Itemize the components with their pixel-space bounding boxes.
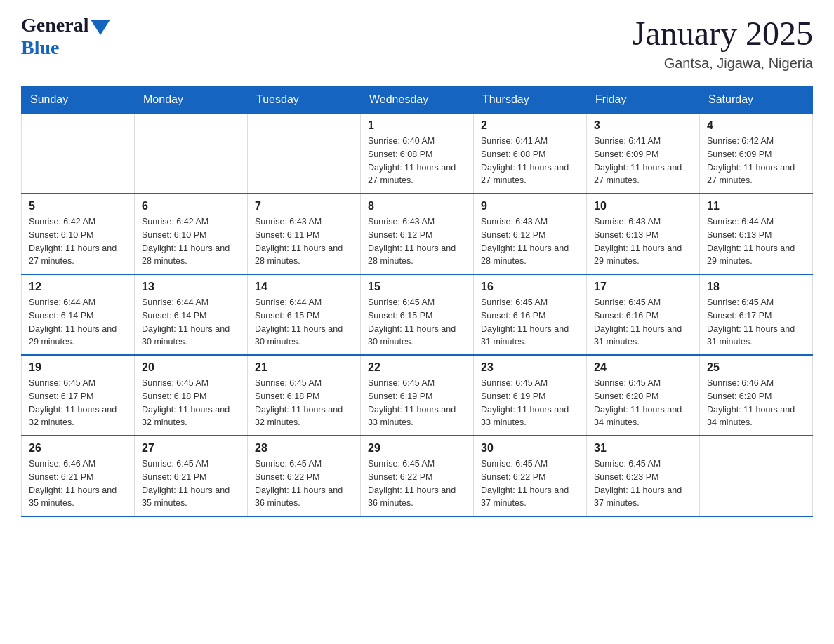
calendar-cell: 26Sunrise: 6:46 AMSunset: 6:21 PMDayligh… [22,436,135,516]
location: Gantsa, Jigawa, Nigeria [633,55,813,72]
day-info: Sunrise: 6:42 AMSunset: 6:10 PMDaylight:… [29,215,127,268]
day-number: 6 [142,200,240,213]
calendar-cell: 13Sunrise: 6:44 AMSunset: 6:14 PMDayligh… [135,274,248,355]
calendar-cell: 17Sunrise: 6:45 AMSunset: 6:16 PMDayligh… [587,274,700,355]
calendar-cell: 4Sunrise: 6:42 AMSunset: 6:09 PMDaylight… [700,114,813,194]
day-info: Sunrise: 6:45 AMSunset: 6:18 PMDaylight:… [255,377,353,429]
calendar-week-row: 12Sunrise: 6:44 AMSunset: 6:14 PMDayligh… [22,274,813,355]
calendar-cell: 8Sunrise: 6:43 AMSunset: 6:12 PMDaylight… [361,194,474,274]
day-number: 12 [29,281,127,293]
day-info: Sunrise: 6:45 AMSunset: 6:21 PMDaylight:… [142,457,240,510]
calendar-cell: 25Sunrise: 6:46 AMSunset: 6:20 PMDayligh… [700,355,813,436]
calendar-cell: 7Sunrise: 6:43 AMSunset: 6:11 PMDaylight… [248,194,361,274]
calendar-cell: 3Sunrise: 6:41 AMSunset: 6:09 PMDaylight… [587,114,700,194]
day-number: 27 [142,442,240,455]
day-number: 18 [707,281,805,293]
day-number: 5 [29,200,127,213]
day-number: 3 [594,119,692,132]
day-number: 22 [368,361,466,374]
day-info: Sunrise: 6:40 AMSunset: 6:08 PMDaylight:… [368,135,466,187]
calendar-cell: 24Sunrise: 6:45 AMSunset: 6:20 PMDayligh… [587,355,700,436]
calendar-cell: 29Sunrise: 6:45 AMSunset: 6:22 PMDayligh… [361,436,474,516]
logo-general-text: General [21,14,88,36]
page-header: General Blue January 2025 Gantsa, Jigawa… [21,14,813,72]
day-number: 17 [594,281,692,293]
calendar-cell: 22Sunrise: 6:45 AMSunset: 6:19 PMDayligh… [361,355,474,436]
calendar-table: Sunday Monday Tuesday Wednesday Thursday… [21,86,813,517]
day-info: Sunrise: 6:43 AMSunset: 6:12 PMDaylight:… [481,215,579,268]
calendar-week-row: 26Sunrise: 6:46 AMSunset: 6:21 PMDayligh… [22,436,813,516]
calendar-cell: 11Sunrise: 6:44 AMSunset: 6:13 PMDayligh… [700,194,813,274]
day-number: 10 [594,200,692,213]
day-number: 2 [481,119,579,132]
calendar-cell [248,114,361,194]
calendar-cell: 21Sunrise: 6:45 AMSunset: 6:18 PMDayligh… [248,355,361,436]
day-info: Sunrise: 6:43 AMSunset: 6:13 PMDaylight:… [594,215,692,268]
calendar-cell: 10Sunrise: 6:43 AMSunset: 6:13 PMDayligh… [587,194,700,274]
calendar-cell: 15Sunrise: 6:45 AMSunset: 6:15 PMDayligh… [361,274,474,355]
day-info: Sunrise: 6:46 AMSunset: 6:21 PMDaylight:… [29,457,127,510]
day-number: 13 [142,281,240,293]
calendar-cell: 31Sunrise: 6:45 AMSunset: 6:23 PMDayligh… [587,436,700,516]
day-info: Sunrise: 6:42 AMSunset: 6:09 PMDaylight:… [707,135,805,187]
day-info: Sunrise: 6:44 AMSunset: 6:14 PMDaylight:… [142,296,240,349]
day-info: Sunrise: 6:42 AMSunset: 6:10 PMDaylight:… [142,215,240,268]
calendar-body: 1Sunrise: 6:40 AMSunset: 6:08 PMDaylight… [22,114,813,517]
day-info: Sunrise: 6:44 AMSunset: 6:13 PMDaylight:… [707,215,805,268]
calendar-cell: 12Sunrise: 6:44 AMSunset: 6:14 PMDayligh… [22,274,135,355]
day-info: Sunrise: 6:45 AMSunset: 6:16 PMDaylight:… [594,296,692,349]
day-info: Sunrise: 6:44 AMSunset: 6:14 PMDaylight:… [29,296,127,349]
header-friday: Friday [587,86,700,114]
month-title: January 2025 [633,14,813,53]
logo: General Blue [21,14,110,59]
calendar-cell: 5Sunrise: 6:42 AMSunset: 6:10 PMDaylight… [22,194,135,274]
day-info: Sunrise: 6:45 AMSunset: 6:20 PMDaylight:… [594,377,692,429]
day-info: Sunrise: 6:45 AMSunset: 6:22 PMDaylight:… [255,457,353,510]
day-number: 20 [142,361,240,374]
calendar-week-row: 19Sunrise: 6:45 AMSunset: 6:17 PMDayligh… [22,355,813,436]
day-number: 14 [255,281,353,293]
day-info: Sunrise: 6:41 AMSunset: 6:09 PMDaylight:… [594,135,692,187]
header-saturday: Saturday [700,86,813,114]
calendar-cell: 9Sunrise: 6:43 AMSunset: 6:12 PMDaylight… [474,194,587,274]
day-info: Sunrise: 6:43 AMSunset: 6:12 PMDaylight:… [368,215,466,268]
header-sunday: Sunday [22,86,135,114]
day-info: Sunrise: 6:45 AMSunset: 6:22 PMDaylight:… [481,457,579,510]
day-info: Sunrise: 6:45 AMSunset: 6:15 PMDaylight:… [368,296,466,349]
header-tuesday: Tuesday [248,86,361,114]
day-info: Sunrise: 6:45 AMSunset: 6:17 PMDaylight:… [29,377,127,429]
day-number: 8 [368,200,466,213]
calendar-cell [700,436,813,516]
day-info: Sunrise: 6:45 AMSunset: 6:16 PMDaylight:… [481,296,579,349]
calendar-cell: 30Sunrise: 6:45 AMSunset: 6:22 PMDayligh… [474,436,587,516]
calendar-week-row: 5Sunrise: 6:42 AMSunset: 6:10 PMDaylight… [22,194,813,274]
calendar-cell: 16Sunrise: 6:45 AMSunset: 6:16 PMDayligh… [474,274,587,355]
header-wednesday: Wednesday [361,86,474,114]
calendar-cell [135,114,248,194]
title-block: January 2025 Gantsa, Jigawa, Nigeria [633,14,813,72]
calendar-cell: 18Sunrise: 6:45 AMSunset: 6:17 PMDayligh… [700,274,813,355]
day-number: 1 [368,119,466,132]
day-info: Sunrise: 6:46 AMSunset: 6:20 PMDaylight:… [707,377,805,429]
calendar-header-row: Sunday Monday Tuesday Wednesday Thursday… [22,86,813,114]
day-number: 9 [481,200,579,213]
day-number: 28 [255,442,353,455]
calendar-week-row: 1Sunrise: 6:40 AMSunset: 6:08 PMDaylight… [22,114,813,194]
day-number: 16 [481,281,579,293]
day-number: 19 [29,361,127,374]
calendar-cell: 23Sunrise: 6:45 AMSunset: 6:19 PMDayligh… [474,355,587,436]
day-info: Sunrise: 6:45 AMSunset: 6:22 PMDaylight:… [368,457,466,510]
day-number: 11 [707,200,805,213]
calendar-cell [22,114,135,194]
day-info: Sunrise: 6:41 AMSunset: 6:08 PMDaylight:… [481,135,579,187]
calendar-cell: 6Sunrise: 6:42 AMSunset: 6:10 PMDaylight… [135,194,248,274]
day-number: 23 [481,361,579,374]
logo-blue-text: Blue [21,36,110,59]
day-info: Sunrise: 6:44 AMSunset: 6:15 PMDaylight:… [255,296,353,349]
day-info: Sunrise: 6:45 AMSunset: 6:18 PMDaylight:… [142,377,240,429]
calendar-cell: 19Sunrise: 6:45 AMSunset: 6:17 PMDayligh… [22,355,135,436]
day-number: 15 [368,281,466,293]
day-number: 21 [255,361,353,374]
day-number: 7 [255,200,353,213]
day-number: 4 [707,119,805,132]
